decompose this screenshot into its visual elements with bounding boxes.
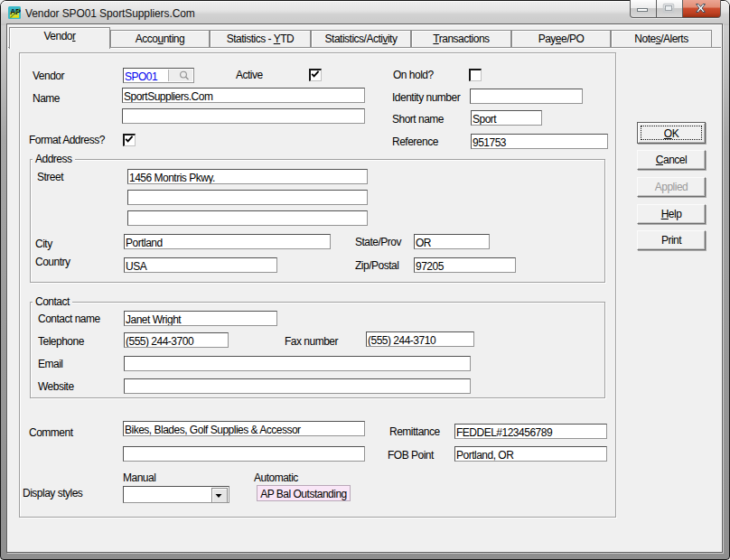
svg-text:AP: AP	[10, 7, 21, 16]
